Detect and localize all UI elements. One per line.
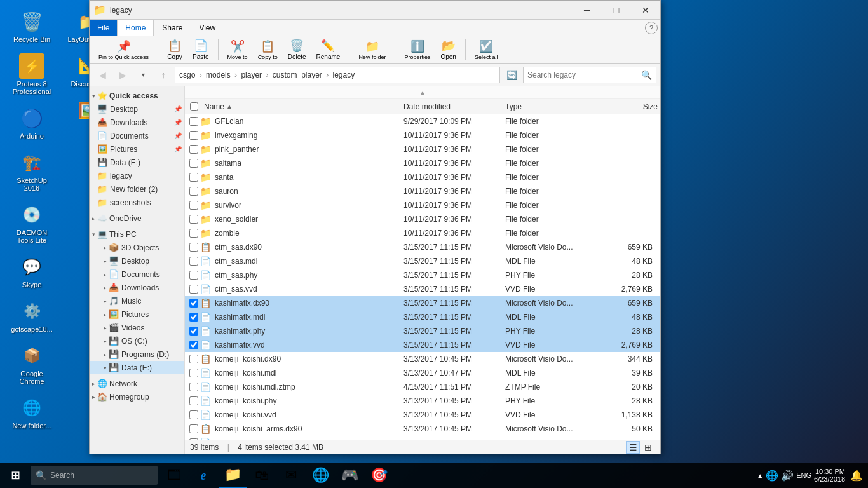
table-row[interactable]: 📄 komeiji_koishi.mdl 3/13/2017 10:47 PM … (185, 366, 660, 380)
move-to-button[interactable]: ✂️ Move to (224, 37, 252, 62)
taskbar-time[interactable]: 10:30 PM 6/23/2018 (814, 468, 845, 483)
taskbar-steam[interactable]: 🎮 (336, 463, 363, 488)
sidebar-item-new-folder-2[interactable]: 📁 New folder (2) (90, 182, 184, 196)
rename-button[interactable]: ✏️ Rename (313, 37, 344, 62)
taskbar-mail[interactable]: ✉ (277, 463, 305, 488)
row-checkbox-8[interactable] (189, 229, 198, 238)
file-checkbox-7[interactable] (187, 215, 200, 224)
row-checkbox-3[interactable] (189, 159, 198, 168)
taskbar-lang[interactable]: ENG (796, 471, 811, 479)
desktop-icon-daemon[interactable]: 💿 DAEMON Tools Lite (6, 200, 57, 247)
sidebar-item-pictures-pc[interactable]: ▸ 🖼️ Pictures (90, 308, 184, 321)
table-row[interactable]: 📄 komeiji_koishi.phy 3/13/2017 10:45 PM … (185, 394, 660, 408)
table-row[interactable]: 📁 pink_panther 10/11/2017 9:36 PM File f… (185, 142, 660, 156)
file-checkbox-22[interactable] (187, 424, 200, 433)
row-checkbox-9[interactable] (189, 243, 198, 252)
row-checkbox-19[interactable] (189, 383, 198, 391)
table-row[interactable]: 📄 kashimafix.vvd 3/15/2017 11:15 PM VVD … (185, 338, 660, 352)
table-row[interactable]: 📁 survivor 10/11/2017 9:36 PM File folde… (185, 198, 660, 212)
sidebar-item-this-pc[interactable]: ▾ 💻 This PC (90, 227, 184, 241)
minimize-button[interactable]: ─ (573, 1, 602, 20)
ribbon-help-icon[interactable]: ? (645, 22, 658, 34)
row-checkbox-5[interactable] (189, 187, 198, 196)
back-button[interactable]: ◀ (93, 67, 111, 83)
taskbar-volume-icon[interactable]: 🔊 (781, 470, 794, 482)
start-button[interactable]: ⊞ (0, 463, 31, 488)
row-checkbox-10[interactable] (189, 257, 198, 266)
taskbar-search[interactable]: 🔍 Search (31, 466, 158, 485)
crumb-player[interactable]: player (241, 71, 262, 79)
sidebar-item-desktop-pc[interactable]: ▸ 🖥️ Desktop (90, 254, 184, 268)
sidebar-item-desktop[interactable]: 🖥️ Desktop 📌 (90, 102, 184, 116)
file-checkbox-11[interactable] (187, 271, 200, 280)
ribbon-tab-file[interactable]: File (90, 20, 117, 36)
ribbon-tab-view[interactable]: View (191, 20, 224, 36)
properties-button[interactable]: ℹ️ Properties (400, 37, 434, 62)
table-row[interactable]: 📁 invexgaming 10/11/2017 9:36 PM File fo… (185, 128, 660, 142)
row-checkbox-6[interactable] (189, 201, 198, 210)
row-checkbox-22[interactable] (189, 424, 198, 433)
row-checkbox-13[interactable] (189, 299, 198, 308)
table-row[interactable]: 📄 komeiji_koishi.mdl.ztmp 4/15/2017 11:5… (185, 380, 660, 394)
recent-locations-button[interactable]: ▾ (134, 67, 152, 83)
file-checkbox-2[interactable] (187, 145, 200, 154)
taskbar-notifications[interactable]: 🔔 (850, 470, 863, 482)
table-row[interactable]: 📁 sauron 10/11/2017 9:36 PM File folder (185, 184, 660, 198)
file-checkbox-8[interactable] (187, 229, 200, 238)
table-row[interactable]: 📁 santa 10/11/2017 9:36 PM File folder (185, 170, 660, 184)
table-row[interactable]: 📄 kashimafix.mdl 3/15/2017 11:15 PM MDL … (185, 310, 660, 324)
file-checkbox-9[interactable] (187, 243, 200, 252)
file-checkbox-17[interactable] (187, 355, 200, 363)
table-row[interactable]: 📁 zombie 10/11/2017 9:36 PM File folder (185, 226, 660, 240)
search-bar[interactable]: 🔍 (523, 67, 656, 83)
taskbar-chevron[interactable]: ▲ (757, 472, 763, 479)
file-checkbox-4[interactable] (187, 173, 200, 182)
file-checkbox-13[interactable] (187, 299, 200, 308)
delete-button[interactable]: 🗑️ Delete (284, 37, 310, 62)
file-checkbox-21[interactable] (187, 410, 200, 419)
copy-button[interactable]: 📋 Copy (163, 37, 186, 62)
sidebar-item-network[interactable]: ▸ 🌐 Network (90, 377, 184, 390)
taskbar-file-explorer[interactable]: 📁 (219, 463, 247, 488)
table-row[interactable]: 📄 komeiji_koishi.vvd 3/13/2017 10:45 PM … (185, 408, 660, 422)
new-folder-button[interactable]: 📁 New folder (355, 37, 390, 62)
sidebar-item-homegroup[interactable]: ▸ 🏠 Homegroup (90, 390, 184, 403)
header-date[interactable]: Date modified (403, 102, 505, 111)
sidebar-item-legacy[interactable]: 📁 legacy (90, 169, 184, 182)
address-bar[interactable]: csgo › models › player › custom_player ›… (175, 67, 500, 83)
row-checkbox-1[interactable] (189, 131, 198, 140)
search-input[interactable] (527, 71, 641, 79)
maximize-button[interactable]: □ (602, 1, 631, 20)
row-checkbox-4[interactable] (189, 173, 198, 182)
file-checkbox-0[interactable] (187, 117, 200, 126)
sidebar-item-documents[interactable]: 📄 Documents 📌 (90, 129, 184, 142)
row-checkbox-7[interactable] (189, 215, 198, 224)
table-row[interactable]: 📄 ctm_sas.phy 3/15/2017 11:15 PM PHY Fil… (185, 268, 660, 282)
crumb-legacy[interactable]: legacy (333, 71, 355, 79)
sidebar-item-downloads-pc[interactable]: ▸ 📥 Downloads (90, 281, 184, 294)
desktop-icon-skype[interactable]: 💬 Skype (6, 252, 57, 291)
table-row[interactable]: 📄 ctm_sas.mdl 3/15/2017 11:15 PM MDL Fil… (185, 254, 660, 268)
sidebar-item-3d-objects[interactable]: ▸ 📦 3D Objects (90, 241, 184, 254)
table-row[interactable]: 📋 komeiji_koishi_arms.dx90 3/13/2017 10:… (185, 422, 660, 436)
desktop-icon-arduino[interactable]: 🔵 Arduino (6, 103, 57, 142)
sidebar-item-screenshots[interactable]: 📁 screenshots (90, 196, 184, 209)
desktop-icon-proteus[interactable]: ⚡ Proteus 8 Professional (6, 51, 57, 98)
sidebar-item-data-e-quick[interactable]: 💾 Data (E:) (90, 156, 184, 169)
search-icon[interactable]: 🔍 (641, 70, 652, 80)
row-checkbox-16[interactable] (189, 341, 198, 349)
large-icons-view-button[interactable]: ⊞ (641, 441, 655, 454)
file-checkbox-10[interactable] (187, 257, 200, 266)
file-checkbox-15[interactable] (187, 327, 200, 336)
taskbar-task-view[interactable]: 🗔 (160, 463, 188, 488)
file-checkbox-16[interactable] (187, 341, 200, 349)
sidebar-item-programs-d[interactable]: ▸ 💾 Programs (D:) (90, 348, 184, 361)
row-checkbox-0[interactable] (189, 117, 198, 126)
forward-button[interactable]: ▶ (114, 67, 132, 83)
close-button[interactable]: ✕ (631, 1, 660, 20)
table-row[interactable]: 📄 kashimafix.phy 3/15/2017 11:15 PM PHY … (185, 324, 660, 338)
row-checkbox-14[interactable] (189, 313, 198, 322)
desktop-icon-sketchup[interactable]: 🏗️ SketchUp 2016 (6, 147, 57, 194)
taskbar-unknown[interactable]: 🎯 (365, 463, 393, 488)
desktop-icon-recycle-bin[interactable]: 🗑️ Recycle Bin (6, 6, 57, 46)
